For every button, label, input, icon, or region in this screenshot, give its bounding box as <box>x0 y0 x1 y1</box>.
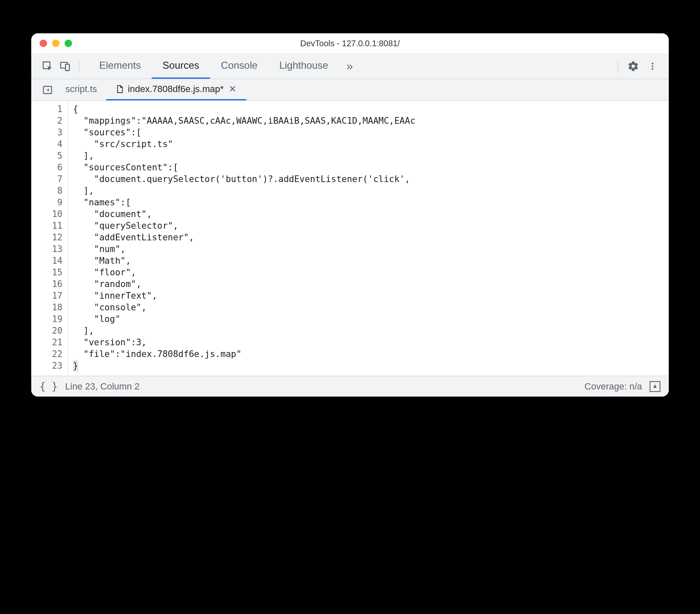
more-menu-button[interactable] <box>644 57 661 75</box>
code-content[interactable]: { "mappings":"AAAAA,SAASC,cAAc,WAAWC,iBA… <box>68 101 669 376</box>
file-tab-label: script.ts <box>65 84 97 95</box>
code-line: "Math", <box>73 255 669 267</box>
code-line: "console", <box>73 302 669 313</box>
code-line: "file":"index.7808df6e.js.map" <box>73 348 669 360</box>
chevron-double-right-icon: » <box>347 60 353 73</box>
devtools-window: DevTools - 127.0.0.1:8081/ ElementsSourc… <box>31 33 669 397</box>
inspect-element-icon[interactable] <box>39 57 56 75</box>
code-line: "random", <box>73 278 669 290</box>
line-number[interactable]: 1 <box>31 103 68 115</box>
line-number[interactable]: 16 <box>31 278 68 290</box>
gear-icon <box>628 60 639 72</box>
traffic-lights <box>40 40 72 47</box>
window-title: DevTools - 127.0.0.1:8081/ <box>300 39 400 48</box>
window-maximize-button[interactable] <box>65 40 72 47</box>
code-line: "document", <box>73 208 669 220</box>
svg-rect-2 <box>65 64 69 70</box>
line-number[interactable]: 2 <box>31 115 68 127</box>
code-line: "version":3, <box>73 337 669 348</box>
line-number[interactable]: 21 <box>31 337 68 348</box>
collapse-drawer-button[interactable]: ▲ <box>650 381 660 392</box>
line-number[interactable]: 23 <box>31 360 68 372</box>
close-tab-button[interactable]: ✕ <box>228 84 237 95</box>
code-line: ], <box>73 185 669 197</box>
line-number[interactable]: 12 <box>31 232 68 243</box>
code-line: "floor", <box>73 267 669 278</box>
svg-point-4 <box>652 65 653 67</box>
kebab-icon <box>648 60 657 72</box>
toolbar-divider <box>79 60 79 72</box>
line-number[interactable]: 19 <box>31 313 68 325</box>
svg-point-5 <box>652 68 653 70</box>
line-number[interactable]: 18 <box>31 302 68 313</box>
line-number[interactable]: 17 <box>31 290 68 302</box>
line-number[interactable]: 20 <box>31 325 68 337</box>
settings-button[interactable] <box>625 57 642 75</box>
file-tab[interactable]: index.7808df6e.js.map*✕ <box>106 79 246 100</box>
line-number[interactable]: 13 <box>31 243 68 255</box>
code-line: ], <box>73 150 669 162</box>
code-line: ], <box>73 325 669 337</box>
line-number[interactable]: 11 <box>31 220 68 232</box>
file-tab-label: index.7808df6e.js.map* <box>128 84 224 95</box>
tabs-overflow-button[interactable]: » <box>339 60 361 73</box>
tab-label: Console <box>221 60 258 71</box>
line-number[interactable]: 22 <box>31 348 68 360</box>
window-close-button[interactable] <box>40 40 47 47</box>
tab-label: Sources <box>162 60 199 71</box>
panel-icon <box>42 85 53 95</box>
line-number[interactable]: 5 <box>31 150 68 162</box>
code-line: "sourcesContent":[ <box>73 162 669 173</box>
code-line: "querySelector", <box>73 220 669 232</box>
code-line: "sources":[ <box>73 127 669 138</box>
titlebar: DevTools - 127.0.0.1:8081/ <box>31 33 669 53</box>
line-number[interactable]: 4 <box>31 138 68 150</box>
navigator-toggle-button[interactable] <box>39 79 56 100</box>
toolbar-right <box>612 57 661 75</box>
code-line: "document.querySelector('button')?.addEv… <box>73 173 669 185</box>
line-number-gutter: 1234567891011121314151617181920212223 <box>31 101 68 376</box>
device-toolbar-icon[interactable] <box>56 57 74 75</box>
main-toolbar: ElementsSourcesConsoleLighthouse » <box>31 53 669 79</box>
line-number[interactable]: 10 <box>31 208 68 220</box>
pretty-print-button[interactable]: { } <box>40 381 58 392</box>
toolbar-divider <box>618 60 618 72</box>
tab-label: Elements <box>99 60 141 71</box>
code-line: { <box>73 103 669 115</box>
cursor-position: Line 23, Column 2 <box>65 381 140 392</box>
line-number[interactable]: 9 <box>31 197 68 208</box>
editor-area: 1234567891011121314151617181920212223 { … <box>31 101 669 376</box>
code-line: "names":[ <box>73 197 669 208</box>
line-number[interactable]: 8 <box>31 185 68 197</box>
line-number[interactable]: 15 <box>31 267 68 278</box>
file-tab[interactable]: script.ts <box>56 79 106 100</box>
line-number[interactable]: 7 <box>31 173 68 185</box>
triangle-up-icon: ▲ <box>652 383 658 389</box>
tab-console[interactable]: Console <box>210 53 268 79</box>
code-line: "log" <box>73 313 669 325</box>
tab-lighthouse[interactable]: Lighthouse <box>268 53 339 79</box>
code-line: "innerText", <box>73 290 669 302</box>
tab-label: Lighthouse <box>279 60 328 71</box>
code-line: "src/script.ts" <box>73 138 669 150</box>
tab-elements[interactable]: Elements <box>88 53 152 79</box>
code-line: "num", <box>73 243 669 255</box>
line-number[interactable]: 3 <box>31 127 68 138</box>
code-line: "mappings":"AAAAA,SAASC,cAAc,WAAWC,iBAAi… <box>73 115 669 127</box>
file-icon <box>115 85 124 94</box>
window-minimize-button[interactable] <box>52 40 60 47</box>
svg-point-3 <box>652 62 653 64</box>
main-tabs: ElementsSourcesConsoleLighthouse <box>88 53 339 79</box>
line-number[interactable]: 14 <box>31 255 68 267</box>
line-number[interactable]: 6 <box>31 162 68 173</box>
code-line: "addEventListener", <box>73 232 669 243</box>
file-tabs-bar: script.tsindex.7808df6e.js.map*✕ <box>31 79 669 101</box>
coverage-status: Coverage: n/a <box>585 381 642 392</box>
statusbar: { } Line 23, Column 2 Coverage: n/a ▲ <box>31 376 669 397</box>
code-line: } <box>73 360 669 372</box>
tab-sources[interactable]: Sources <box>152 53 210 79</box>
